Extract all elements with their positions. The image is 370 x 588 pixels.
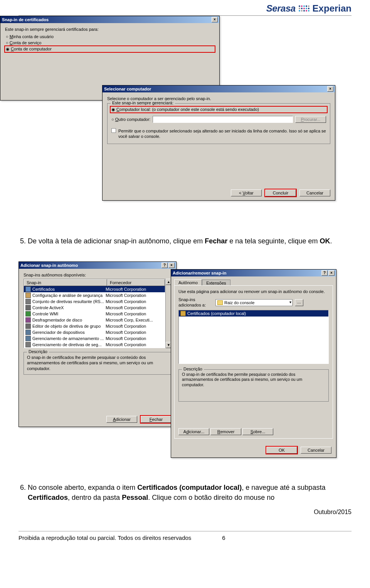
list-item[interactable]: Certificados (computador local) [179,310,328,317]
tab-intro: Use esta página para adicionar ou remove… [178,289,329,294]
desc-text: O snap-in de certificados lhe permite pe… [27,355,168,371]
radio-computer-account[interactable]: ◉ Conta de computador [5,46,215,52]
activex-icon [25,305,31,310]
wmi-icon [25,311,31,317]
remove-button[interactable]: Remover [210,428,241,435]
brand-logo: Serasa Experian [266,3,352,14]
folder-icon [217,300,223,305]
list-item[interactable]: Editor de objeto de diretiva de grupoMic… [24,323,165,329]
help-icon[interactable]: ? [321,270,328,276]
defrag-icon [25,317,31,323]
policy-icon [25,299,31,304]
footer-pagenum: 6 [222,534,225,541]
add-button[interactable]: Adicionar... [178,428,209,435]
list-item[interactable]: Gerenciador de dispositivosMicrosoft Cor… [24,329,165,335]
close-button[interactable]: Fechar [141,416,172,423]
title-text: Selecionar computador [104,87,151,91]
list-item[interactable]: Gerenciamento de diretivas de seg...Micr… [24,342,165,348]
list-item[interactable]: Configuração e análise de segurançaMicro… [24,292,165,298]
close-icon[interactable]: × [327,86,333,92]
title-bar[interactable]: Adicionar/remover snap-in ?× [171,270,336,276]
title-bar[interactable]: Selecionar computador × [103,85,335,92]
cert-icon [25,286,31,292]
instruction-step-6: No console aberto, expanda o item Certif… [28,482,352,503]
list-item[interactable]: Desfragmentador de discoMicrosoft Corp, … [24,317,165,323]
add-button[interactable]: Adicionar [106,416,137,423]
close-icon[interactable]: × [212,17,218,22]
tab-autonomo[interactable]: Autônomo [174,279,202,286]
instruction-list-2: No console aberto, expanda o item Certif… [18,482,352,503]
browse-button[interactable]: Procurar... [295,116,326,123]
instruction-step-5: De volta à tela de adicionar snap-in aut… [28,236,352,246]
list-item[interactable]: Gerenciamento de armazenamento ...Micros… [24,335,165,342]
cancel-button[interactable]: Cancelar [301,447,331,454]
radio-service-account[interactable]: ○ Conta de serviço [5,40,215,45]
page-footer: Proibida a reprodução total ou parcial. … [18,531,352,550]
content-area: Snap-in de certificados × Este snap-in s… [0,16,370,503]
logo-text-experian: Experian [313,3,352,14]
list-item[interactable]: Controle ActiveXMicrosoft Corporation [24,305,165,311]
gpo-icon [25,323,31,329]
title-text: Adicionar/remover snap-in [173,271,226,275]
security-icon [25,293,31,298]
ok-button[interactable]: OK [266,447,297,454]
close-icon[interactable]: × [328,270,335,276]
console-root-dropdown[interactable]: Raiz do console [215,299,293,306]
dialogs-region-2: Adicionar snap-in autônomo ?× Snap-ins a… [18,261,352,473]
logo-text-serasa: Serasa [266,3,296,14]
dialog-select-computer: Selecionar computador × Selecione o comp… [102,85,335,201]
list-item[interactable]: Conjunto de diretivas resultante (RS...M… [24,298,165,305]
other-computer-input[interactable] [153,116,293,123]
storage-icon [25,336,31,341]
secpol-icon [25,342,31,347]
description-groupbox: Descrição O snap-in de certificados lhe … [178,369,329,402]
page-date: Outubro/2015 [0,509,370,516]
device-icon [25,330,31,335]
checkbox-icon [111,128,116,133]
close-icon[interactable]: × [168,263,175,268]
certificates-icon [180,311,186,316]
available-label: Snap-ins autônomos disponíveis: [24,273,172,277]
radio-local-computer[interactable]: ◉ Computador local: (o computador onde e… [111,107,327,112]
finish-button[interactable]: Concluir [265,189,296,196]
dialog-add-remove-snapin: Adicionar/remover snap-in ?× AutônomoExt… [171,269,336,458]
footer-copyright: Proibida a reprodução total ou parcial. … [18,534,191,541]
list-item[interactable]: Controle WMIMicrosoft Corporation [24,311,165,317]
desc-legend: Descrição [182,367,204,371]
page-header: Serasa Experian [0,0,370,15]
title-text: Snap-in de certificados [2,17,49,22]
allow-change-checkbox[interactable]: Permitir que o computador selecionado se… [111,128,327,140]
description-groupbox: Descrição O snap-in de certificados lhe … [24,352,172,375]
col-snapin[interactable]: Snap-in [24,279,107,286]
dialog-add-standalone-snapin: Adicionar snap-in autônomo ?× Snap-ins a… [18,261,177,427]
help-icon[interactable]: ? [161,263,168,268]
title-bar[interactable]: Adicionar snap-in autônomo ?× [19,262,176,269]
instruction-list: De volta à tela de adicionar snap-in aut… [18,236,352,246]
checkbox-label: Permitir que o computador selecionado se… [118,128,326,139]
col-vendor[interactable]: Fornecedor [107,279,165,286]
group-legend: Este snap-in sempre gerenciará: [111,101,175,105]
added-snapins-list[interactable]: Certificados (computador local) [178,310,329,364]
go-button[interactable]: … [295,299,303,306]
desc-text: O snap-in de certificados lhe permite pe… [182,372,325,388]
back-button[interactable]: < Voltar [231,189,262,196]
list-item[interactable]: CertificadosMicrosoft Corporation [24,286,165,292]
added-to-label: Snap-ins adicionados a: [178,297,213,307]
logo-dots-icon [299,5,309,12]
title-bar[interactable]: Snap-in de certificados × [0,16,219,23]
title-text: Adicionar snap-in autônomo [20,263,78,268]
radio-user-account[interactable]: ○ MMinha conta de usuárioinha conta de u… [5,34,215,39]
cancel-button[interactable]: Cancelar [299,189,330,196]
radio-other-computer[interactable]: ○ Outro computador: Procurar... [111,116,327,123]
manage-groupbox: Este snap-in sempre gerenciará: ◉ Comput… [107,103,330,144]
snapin-list[interactable]: Snap-in Fornecedor CertificadosMicrosoft… [24,279,165,348]
about-button[interactable]: Sobre... [242,428,273,435]
desc-legend: Descrição [27,349,49,354]
intro-text: Este snap-in sempre gerenciará certifica… [5,27,215,32]
